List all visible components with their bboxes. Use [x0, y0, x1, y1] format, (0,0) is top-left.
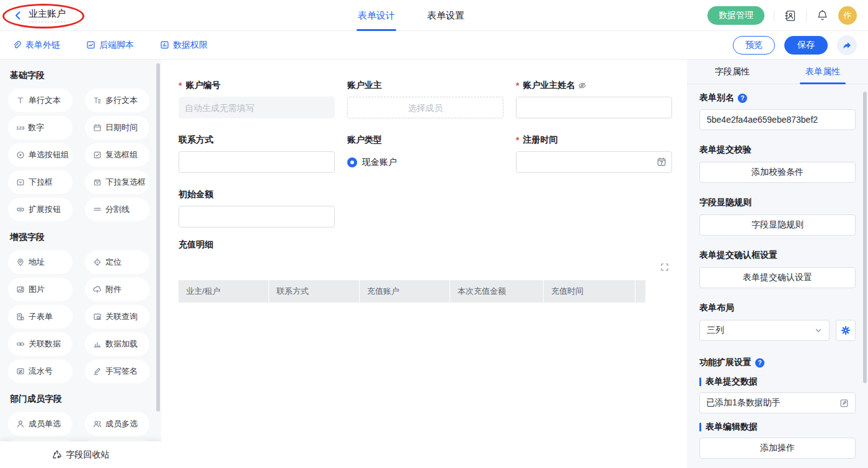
register-time-input[interactable] [516, 151, 672, 173]
edit-data-subheader: 表单编辑数据 [699, 422, 856, 433]
data-load-icon [93, 340, 102, 348]
tab-form-settings[interactable]: 表单设置 [426, 0, 466, 31]
field-account-type[interactable]: 账户类型 现金账户 [347, 135, 503, 173]
link-icon [12, 40, 22, 50]
owner-name-input[interactable] [516, 97, 672, 118]
share-button[interactable] [837, 35, 857, 55]
subform-label: 充值明细 [179, 239, 213, 250]
initial-amount-input[interactable] [179, 206, 335, 227]
eye-off-icon [578, 81, 587, 90]
contact-input[interactable] [179, 151, 335, 173]
form-alias-input[interactable] [699, 109, 856, 130]
backend-script-link[interactable]: 后端脚本 [86, 40, 134, 51]
text-icon [16, 96, 25, 105]
field-chip-member-multi[interactable]: 成员多选 [85, 412, 149, 436]
edit-icon[interactable] [839, 399, 849, 408]
field-chip-divider[interactable]: 分割线 [85, 198, 149, 221]
field-register-time[interactable]: *注册时间 [516, 135, 672, 173]
form-alias-label: 表单别名 ? [699, 92, 856, 104]
accent-bar [699, 423, 701, 431]
field-chip-member-single[interactable]: 成员单选 [8, 412, 73, 436]
form-external-link[interactable]: 表单外链 [12, 40, 60, 51]
layout-select[interactable]: 三列 [699, 320, 830, 341]
field-chip-radio-group[interactable]: 单选按钮组 [8, 143, 73, 167]
recycle-icon [52, 450, 62, 460]
field-palette-sidebar: 基础字段 单行文本 多行文本 123 数字 日期时间 单选按钮组 复选框组 [0, 60, 161, 468]
button-icon [16, 205, 25, 214]
tab-form-properties[interactable]: 表单属性 [777, 60, 868, 84]
visibility-rules-label: 字段显隐规则 [699, 197, 856, 208]
field-chip-serial-number[interactable]: 流水号 [8, 360, 73, 383]
data-manage-button[interactable]: 数据管理 [707, 6, 764, 25]
back-button[interactable] [12, 10, 24, 21]
field-chip-address[interactable]: 地址 [8, 250, 73, 274]
properties-scrollbar[interactable] [863, 92, 867, 383]
field-chip-checkbox-group[interactable]: 复选框组 [85, 143, 149, 167]
tab-form-design[interactable]: 表单设计 [356, 0, 396, 31]
field-chip-subform[interactable]: 子表单 [8, 305, 73, 329]
select-icon [16, 178, 25, 187]
field-chip-data-load[interactable]: 数据加载 [85, 332, 149, 356]
visibility-rules-button[interactable]: 字段显隐规则 [699, 214, 856, 236]
save-button[interactable]: 保存 [784, 36, 828, 55]
signature-icon [93, 367, 102, 376]
field-chip-signature[interactable]: 手写签名 [85, 360, 149, 383]
contacts-icon[interactable] [784, 9, 797, 22]
radio-selected[interactable] [347, 157, 357, 167]
field-chip-datetime[interactable]: 日期时间 [85, 116, 149, 139]
query-icon [93, 312, 102, 321]
date-icon [93, 123, 102, 132]
submit-data-subheader: 表单提交数据 [699, 376, 856, 387]
extension-settings-label: 功能扩展设置 ? [699, 357, 856, 368]
select-member-input[interactable] [347, 97, 503, 118]
field-chip-dropdown-multi[interactable]: 下拉复选框 [85, 170, 149, 194]
field-chip-locate[interactable]: 定位 [85, 250, 149, 274]
subform-column-header-empty [636, 280, 645, 302]
field-contact[interactable]: 联系方式 [179, 135, 335, 173]
accent-bar [699, 377, 701, 386]
field-chip-multi-line-text[interactable]: 多行文本 [85, 89, 149, 112]
number-icon: 123 [16, 125, 24, 131]
add-operation-button[interactable]: 添加操作 [699, 438, 856, 459]
tab-field-properties[interactable]: 字段属性 [687, 60, 777, 84]
field-chip-dropdown[interactable]: 下拉框 [8, 170, 73, 194]
textarea-icon [93, 96, 102, 105]
required-asterisk: * [516, 135, 519, 145]
account-no-input[interactable] [179, 97, 335, 118]
chevron-down-icon [815, 327, 822, 334]
field-chip-related-query[interactable]: 关联查询 [85, 305, 149, 329]
field-chip-image[interactable]: 图片 [8, 278, 73, 301]
field-owner-name[interactable]: * 账户业主姓名 [516, 80, 672, 118]
subform-expand-button[interactable] [660, 263, 669, 274]
subform-column-header: 充值账户 [360, 280, 450, 302]
required-asterisk: * [179, 81, 182, 91]
add-validation-button[interactable]: 添加校验条件 [699, 162, 856, 183]
field-chip-single-line-text[interactable]: 单行文本 [8, 89, 73, 112]
calendar-icon [657, 157, 666, 167]
user-avatar[interactable]: 作 [838, 6, 857, 25]
section-title-enhanced-fields: 增强字段 [10, 232, 161, 243]
preview-button[interactable]: 预览 [733, 36, 775, 55]
field-initial-amount[interactable]: 初始金额 [179, 189, 335, 227]
submit-data-box[interactable]: 已添加1条数据助手 [699, 392, 856, 413]
help-icon[interactable]: ? [738, 94, 747, 103]
field-account-owner[interactable]: 账户业主 [347, 80, 503, 118]
main-tabs: 表单设计 表单设置 [356, 0, 466, 31]
address-icon [16, 258, 25, 267]
field-chip-number[interactable]: 123 数字 [8, 116, 73, 139]
subform-column-header: 联系方式 [269, 280, 359, 302]
notification-bell-icon[interactable] [816, 9, 829, 22]
image-icon [16, 285, 25, 294]
field-chip-extend-button[interactable]: 扩展按钮 [8, 198, 73, 221]
field-chip-related-data[interactable]: 关联数据 [8, 332, 73, 356]
gear-icon [841, 325, 851, 335]
data-permission-link[interactable]: 数据权限 [160, 40, 208, 51]
field-recycle-bin[interactable]: 字段回收站 [0, 441, 161, 468]
confirm-settings-button[interactable]: 表单提交确认设置 [699, 267, 856, 288]
field-chip-attachment[interactable]: 附件 [85, 278, 149, 301]
layout-settings-button[interactable] [836, 320, 856, 341]
sidebar-scrollbar[interactable] [156, 63, 160, 412]
help-icon[interactable]: ? [755, 358, 764, 368]
script-icon [86, 40, 95, 50]
field-account-no[interactable]: *账户编号 [179, 80, 335, 118]
